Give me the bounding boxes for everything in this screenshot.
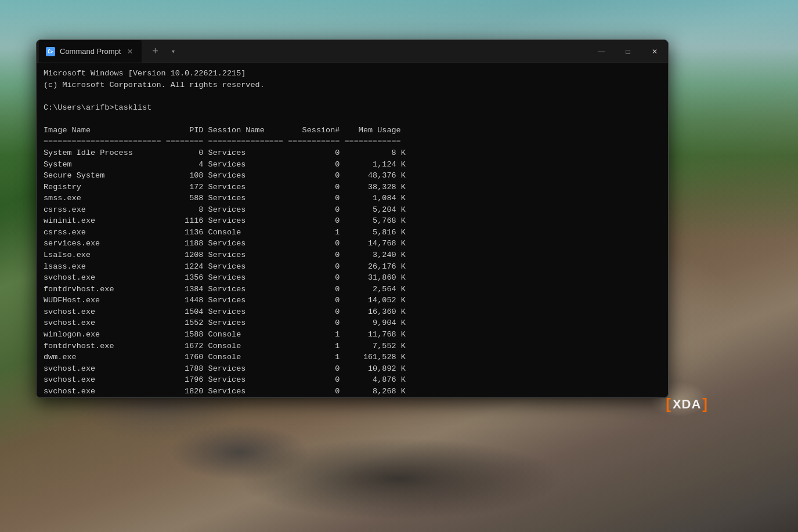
terminal-output: Microsoft Windows [Version 10.0.22621.22…: [44, 68, 661, 397]
terminal-content[interactable]: Microsoft Windows [Version 10.0.22621.22…: [37, 63, 668, 397]
titlebar: C> Command Prompt ✕ + ▾ — □ ✕: [37, 40, 668, 63]
new-tab-button[interactable]: +: [146, 44, 164, 60]
xda-watermark: [XDA]: [666, 395, 708, 413]
cmd-tab-icon: C>: [46, 47, 55, 56]
close-button[interactable]: ✕: [641, 40, 668, 63]
maximize-button[interactable]: □: [615, 40, 641, 63]
tab-area: C> Command Prompt ✕ + ▾: [37, 40, 588, 63]
titlebar-actions: + ▾: [142, 44, 185, 60]
svg-text:C>: C>: [48, 49, 53, 55]
tab-close-button[interactable]: ✕: [125, 47, 135, 56]
window-controls: — □ ✕: [588, 40, 668, 63]
xda-label: XDA: [673, 397, 701, 412]
terminal-window: C> Command Prompt ✕ + ▾ — □ ✕ Microsoft …: [36, 39, 669, 398]
xda-bracket-right: ]: [702, 395, 708, 413]
tab-title: Command Prompt: [60, 47, 121, 56]
active-tab[interactable]: C> Command Prompt ✕: [39, 40, 142, 63]
minimize-button[interactable]: —: [588, 40, 615, 63]
dropdown-button[interactable]: ▾: [166, 44, 180, 60]
xda-bracket-left: [: [666, 395, 671, 413]
